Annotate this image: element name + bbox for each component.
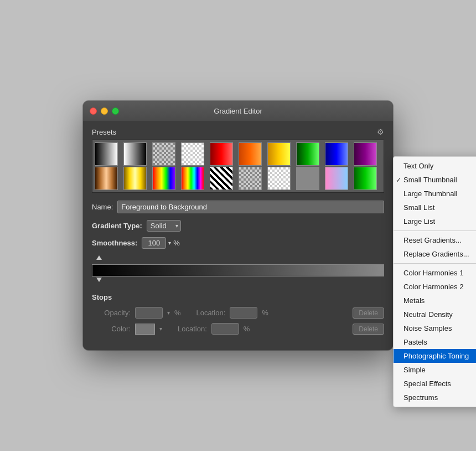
opacity-stop-marker[interactable] [96, 255, 102, 263]
separator-after-large-list [394, 230, 476, 231]
menu-item-simple[interactable]: Simple [394, 363, 476, 377]
stops-title: Stops [92, 293, 384, 301]
gradient-type-select-wrapper: Solid Noise ▾ [147, 220, 181, 232]
preset-checker2[interactable] [239, 167, 262, 190]
name-label: Name: [92, 203, 113, 211]
gear-icon[interactable]: ⚙ [377, 127, 384, 136]
opacity-unit: % [174, 309, 181, 317]
smoothness-row: Smoothness: ▾ % [92, 237, 384, 249]
presets-section: Presets ⚙ [92, 127, 384, 193]
name-row: Name: [92, 201, 384, 213]
menu-item-metals[interactable]: Metals [394, 294, 476, 308]
window-title: Gradient Editor [214, 107, 262, 115]
menu-item-small-list[interactable]: Small List [394, 201, 476, 214]
opacity-stop-row: Opacity: ▾ % Location: % Delete [92, 307, 384, 319]
color-stop-arrow [96, 278, 102, 282]
opacity-stop-arrow [96, 255, 102, 260]
gradient-type-label: Gradient Type: [92, 222, 142, 230]
preset-black-white[interactable] [95, 142, 118, 166]
menu-item-small-thumbnail[interactable]: Small Thumbnail [394, 173, 476, 187]
opacity-value-input[interactable] [135, 307, 163, 319]
color-location-input[interactable] [211, 323, 239, 335]
smoothness-input[interactable] [142, 237, 166, 249]
minimize-button[interactable] [101, 107, 108, 115]
smoothness-unit: % [173, 239, 180, 247]
menu-item-pastels[interactable]: Pastels [394, 335, 476, 349]
preset-copper[interactable] [95, 167, 118, 190]
dropdown-menu: Text OnlySmall ThumbnailLarge ThumbnailS… [393, 156, 476, 407]
title-bar: Gradient Editor [83, 101, 393, 121]
menu-item-spectrums[interactable]: Spectrums [394, 391, 476, 404]
menu-item-large-list[interactable]: Large List [394, 214, 476, 228]
color-chevron-icon: ▾ [159, 326, 162, 332]
menu-item-reset-gradients[interactable]: Reset Gradients... [394, 233, 476, 247]
smoothness-input-wrapper: ▾ % [142, 237, 180, 249]
smoothness-label: Smoothness: [92, 239, 137, 247]
gradient-editor-window: Gradient Editor Presets ⚙ [83, 101, 393, 350]
presets-label: Presets [92, 128, 116, 136]
preset-green[interactable] [296, 142, 319, 166]
color-location-label: Location: [178, 325, 207, 333]
gradient-type-row: Gradient Type: Solid Noise ▾ [92, 220, 384, 232]
color-stop-label: Color: [92, 325, 131, 333]
opacity-delete-button[interactable]: Delete [353, 308, 384, 319]
preset-gold[interactable] [123, 167, 147, 190]
opacity-location-label: Location: [196, 309, 226, 317]
menu-item-neutral-density[interactable]: Neutral Density [394, 308, 476, 321]
traffic-lights [90, 107, 119, 115]
preset-trans[interactable] [181, 142, 204, 166]
opacity-location-unit: % [262, 309, 268, 317]
preset-green2[interactable] [354, 167, 377, 190]
color-stops [92, 278, 384, 286]
preset-orange[interactable] [239, 142, 262, 166]
preset-purple[interactable] [354, 142, 377, 166]
color-stop-row: Color: ▾ Location: % Delete [92, 323, 384, 335]
color-delete-button[interactable]: Delete [353, 324, 384, 335]
preset-spectrum[interactable] [181, 167, 204, 190]
preset-pink-blue[interactable] [325, 167, 348, 190]
preset-rainbow[interactable] [152, 167, 175, 190]
close-button[interactable] [90, 107, 97, 115]
maximize-button[interactable] [112, 107, 119, 115]
gradient-type-select[interactable]: Solid Noise [147, 220, 181, 232]
preset-yellow[interactable] [267, 142, 291, 166]
presets-grid [92, 140, 384, 193]
menu-item-noise-samples[interactable]: Noise Samples [394, 321, 476, 335]
gradient-bar[interactable] [92, 264, 384, 276]
smoothness-chevron-icon: ▾ [168, 240, 171, 246]
opacity-stop-label: Opacity: [92, 309, 131, 317]
menu-item-large-thumbnail[interactable]: Large Thumbnail [394, 187, 476, 201]
preset-stripes[interactable] [210, 167, 233, 190]
preset-gray[interactable] [296, 167, 319, 190]
color-location-unit: % [244, 325, 250, 333]
menu-item-color-harmonies-2[interactable]: Color Harmonies 2 [394, 280, 476, 294]
color-stop-marker[interactable] [96, 278, 102, 282]
menu-item-text-only[interactable]: Text Only [394, 159, 476, 173]
opacity-location-input[interactable] [230, 307, 257, 319]
menu-item-photographic-toning[interactable]: Photographic Toning [394, 349, 476, 363]
preset-checker[interactable] [152, 142, 175, 166]
stops-section: Stops Opacity: ▾ % Location: % Delete Co… [92, 293, 384, 335]
name-input[interactable] [117, 201, 384, 213]
window-body: Presets ⚙ [83, 121, 393, 350]
opacity-chevron-icon: ▾ [167, 310, 170, 316]
color-swatch[interactable] [135, 324, 155, 335]
presets-header: Presets ⚙ [92, 127, 384, 136]
menu-item-color-harmonies-1[interactable]: Color Harmonies 1 [394, 266, 476, 280]
preset-white-black[interactable] [123, 142, 147, 166]
gradient-bar-section [92, 254, 384, 286]
menu-item-special-effects[interactable]: Special Effects [394, 377, 476, 391]
preset-trans2[interactable] [267, 167, 291, 190]
opacity-stops [92, 254, 384, 263]
preset-blue[interactable] [325, 142, 348, 166]
menu-item-replace-gradients[interactable]: Replace Gradients... [394, 247, 476, 261]
separator-after-replace-gradients [394, 263, 476, 264]
preset-red[interactable] [210, 142, 233, 166]
